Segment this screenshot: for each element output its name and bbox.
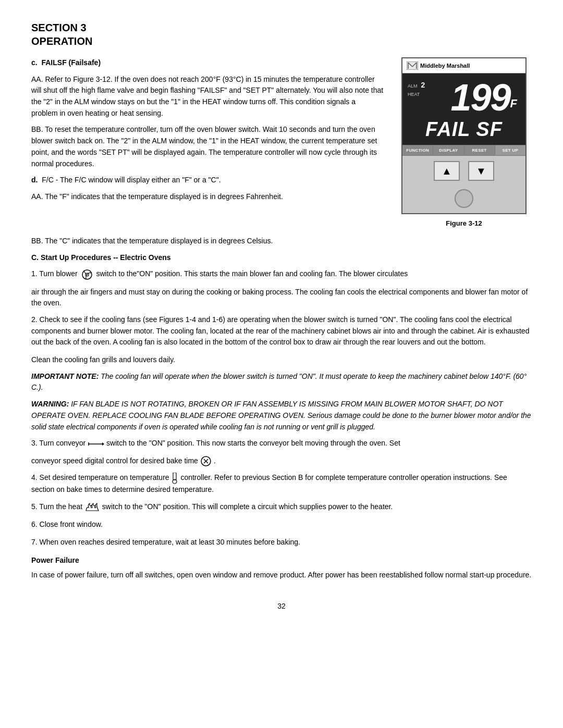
clean-text: Clean the cooling fan grills and louvers… [31, 354, 532, 366]
heat-icon [84, 502, 100, 513]
numbered-item-5: 5. Turn the heat switch to the "ON" posi… [31, 501, 532, 513]
svg-marker-8 [102, 442, 104, 446]
numbered-item-2: 2. Check to see if the cooling fans (see… [31, 314, 532, 348]
numbered-item-7: 7. When oven reaches desired temperature… [31, 537, 532, 548]
circle-button[interactable] [455, 189, 473, 208]
figure-label: Figure 3-12 [446, 219, 482, 227]
temp-unit: F [510, 97, 517, 110]
numbered-item-1: 1. Turn blower switch to the"ON" positio… [31, 268, 532, 280]
controller-panel: Middleby Marshall ALM 2 HEAT 199F FAIL S… [401, 57, 527, 214]
arrow-up-button[interactable]: ▲ [434, 161, 460, 181]
blower-icon [80, 269, 94, 280]
panel-circle-row [402, 186, 525, 213]
alm-heat-section: ALM 2 HEAT [408, 81, 425, 97]
panel-arrows: ▲ ▼ [402, 156, 525, 186]
logo-icon [407, 61, 418, 70]
conveyor-icon [88, 440, 104, 448]
para-bb2: BB. The "C" indicates that the temperatu… [31, 236, 532, 247]
bake-time-icon [200, 455, 212, 467]
warning-text: IF FAN BLADE IS NOT ROTATING, BROKEN OR … [31, 400, 531, 430]
panel-buttons-row: FUNCTION DISPLAY RESET SET UP [402, 145, 525, 156]
section-title: SECTION 3 OPERATION [31, 21, 532, 48]
para-aa1: AA. Refer to Figure 3-12. If the oven do… [31, 74, 384, 119]
page-number: 32 [31, 602, 532, 610]
fail-sf-text: FAIL SF [409, 118, 519, 141]
numbered-item-6: 6. Close front window. [31, 519, 532, 530]
section-c-header: C. Start Up Procedures -- Electric Ovens [31, 252, 532, 264]
para-aa2: AA. The "F" indicates that the temperatu… [31, 191, 384, 203]
alm-label: ALM 2 [408, 81, 425, 89]
warning-label: WARNING: [31, 400, 69, 408]
power-failure-text: In case of power failure, turn off all s… [31, 570, 532, 581]
top-content-area: c. FAILSF (Failsafe) AA. Refer to Figure… [31, 57, 532, 227]
left-column: c. FAILSF (Failsafe) AA. Refer to Figure… [31, 57, 384, 227]
page-header: SECTION 3 OPERATION [31, 21, 532, 48]
subsection-c-header: c. FAILSF (Failsafe) [31, 57, 384, 69]
reset-button[interactable]: RESET [464, 145, 495, 155]
temp-number: 199 [450, 77, 510, 118]
panel-header: Middleby Marshall [402, 58, 525, 73]
temp-display: 199F [409, 79, 519, 116]
numbered-item-3: 3. Turn conveyor switch to the "ON" posi… [31, 438, 532, 449]
middleby-logo: Middleby Marshall [407, 61, 470, 70]
temp-ctrl-icon [171, 473, 178, 484]
panel-display: ALM 2 HEAT 199F FAIL SF [402, 73, 525, 145]
display-button[interactable]: DISPLAY [433, 145, 464, 155]
function-button[interactable]: FUNCTION [402, 145, 433, 155]
important-note-text: The cooling fan will operate when the bl… [31, 372, 527, 392]
right-column: Middleby Marshall ALM 2 HEAT 199F FAIL S… [396, 57, 532, 227]
para-bb1: BB. To reset the temperature controller,… [31, 124, 384, 169]
setup-button[interactable]: SET UP [495, 145, 525, 155]
arrow-down-button[interactable]: ▼ [468, 161, 494, 181]
numbered-item-1-cont: air through the air fingers and must sta… [31, 287, 532, 309]
svg-rect-13 [173, 473, 176, 480]
numbered-item-3-bake: conveyor speed digital control for desir… [31, 455, 532, 467]
important-note: IMPORTANT NOTE: The cooling fan will ope… [31, 371, 532, 393]
heat-label: HEAT [408, 89, 425, 97]
subsection-d-header: d. F/C - The F/C window will display eit… [31, 175, 384, 186]
important-note-bold: IMPORTANT NOTE: [31, 372, 99, 380]
numbered-item-4: 4. Set desired temperature on temperatur… [31, 472, 532, 495]
warning-note: WARNING: IF FAN BLADE IS NOT ROTATING, B… [31, 399, 532, 433]
power-failure-header: Power Failure [31, 555, 532, 566]
